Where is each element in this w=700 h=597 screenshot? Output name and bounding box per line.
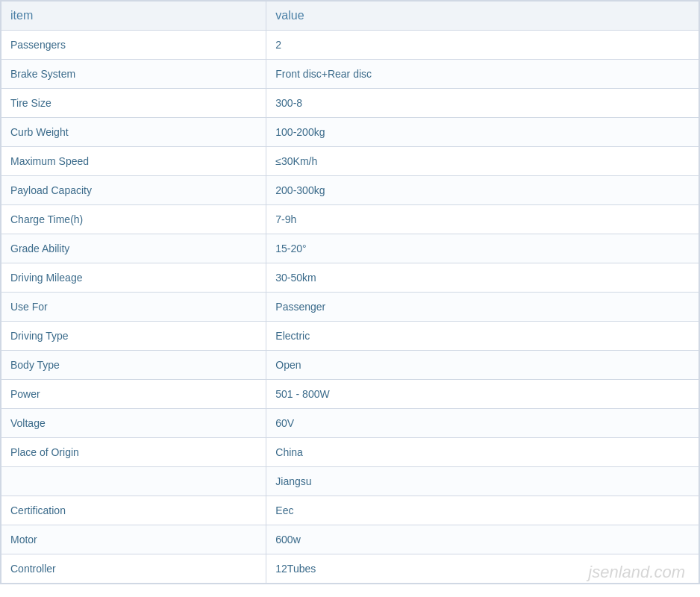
row-value: 2 [266,31,699,60]
table-row: Charge Time(h)7-9h [1,205,699,234]
row-value: 501 - 800W [266,380,699,409]
row-value: 60V [266,409,699,438]
header-item: item [1,1,266,31]
row-item: Tire Size [1,89,266,118]
row-value: Open [266,351,699,380]
specs-table: item value Passengers2Brake SystemFront … [1,1,699,584]
table-row: Curb Weight100-200kg [1,118,699,147]
row-item: Controller [1,554,266,584]
table-row: CertificationEec [1,496,699,525]
table-row: Body TypeOpen [1,351,699,380]
row-item: Maximum Speed [1,147,266,176]
row-item: Charge Time(h) [1,205,266,234]
row-value: 100-200kg [266,118,699,147]
row-item: Brake System [1,60,266,89]
table-row: Driving TypeElectric [1,322,699,351]
table-row: Payload Capacity200-300kg [1,176,699,205]
table-row: Use ForPassenger [1,293,699,322]
row-value: 12Tubes [266,554,699,584]
row-value: China [266,438,699,467]
row-item: Grade Ability [1,234,266,263]
row-item: Curb Weight [1,118,266,147]
row-value: Electric [266,322,699,351]
table-row: Place of OriginChina [1,438,699,467]
row-item: Place of Origin [1,438,266,467]
row-item: Payload Capacity [1,176,266,205]
row-value: 7-9h [266,205,699,234]
row-value: 15-20° [266,234,699,263]
row-value: Jiangsu [266,467,699,496]
row-item: Voltage [1,409,266,438]
row-item: Motor [1,525,266,554]
row-value: 30-50km [266,263,699,293]
row-value: 200-300kg [266,176,699,205]
table-row: Brake SystemFront disc+Rear disc [1,60,699,89]
table-row: Tire Size300-8 [1,89,699,118]
row-item: Body Type [1,351,266,380]
row-value: Front disc+Rear disc [266,60,699,89]
table-row: Grade Ability15-20° [1,234,699,263]
row-item: Certification [1,496,266,525]
table-row: Driving Mileage30-50km [1,263,699,293]
table-header-row: item value [1,1,699,31]
row-item: Power [1,380,266,409]
row-value: Eec [266,496,699,525]
header-value: value [266,1,699,31]
table-row: Jiangsu [1,467,699,496]
table-row: Motor600w [1,525,699,554]
table-row: Maximum Speed≤30Km/h [1,147,699,176]
row-value: ≤30Km/h [266,147,699,176]
specs-table-container: item value Passengers2Brake SystemFront … [0,0,700,584]
row-value: Passenger [266,293,699,322]
table-row: Power501 - 800W [1,380,699,409]
row-item [1,467,266,496]
table-row: Passengers2 [1,31,699,60]
row-item: Use For [1,293,266,322]
row-item: Passengers [1,31,266,60]
row-value: 600w [266,525,699,554]
table-row: Controller12Tubes [1,554,699,584]
row-value: 300-8 [266,89,699,118]
row-item: Driving Type [1,322,266,351]
row-item: Driving Mileage [1,263,266,293]
table-row: Voltage60V [1,409,699,438]
